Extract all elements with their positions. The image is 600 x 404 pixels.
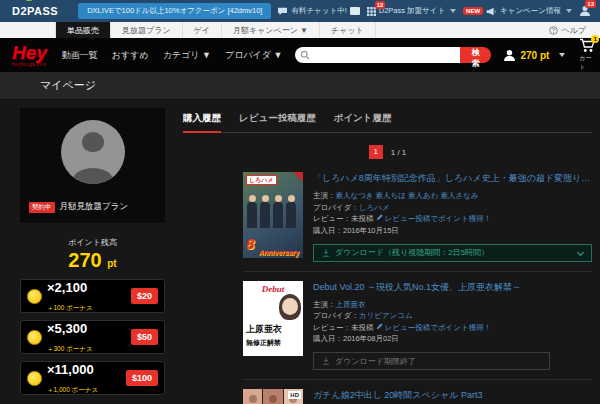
page-title-bar: マイページ [0,72,600,100]
affiliate-sites-menu[interactable]: 12 D2Pass 加盟サイト [367,6,456,16]
purchase-date-label: 購入日： [313,226,343,235]
search-icon [300,50,310,60]
page-number-current[interactable]: 1 [369,145,383,159]
notification-badge: 13 [585,0,596,8]
pencil-icon [376,214,383,221]
review-label: レビュー： [313,323,351,332]
subnav-tab-label: 見放題プラン [122,25,171,36]
pencil-icon [376,323,383,330]
package-bonus: ＋100 ボーナス [47,304,93,311]
megaphone-icon [486,7,497,16]
hey-logo-domain: heydouga.com [12,63,47,68]
subnav-tab-chat[interactable]: チャット [320,22,376,38]
buy-points-button[interactable]: $100 [126,370,158,386]
chevron-down-icon [559,53,565,57]
campaign-menu[interactable]: NEW キャンペーン情報 [463,6,572,16]
campaign-label: キャンペーン情報 [500,6,561,16]
d2pass-topbar: D2PASS DXLIVEで100ドル以上10%オフクーポン [42dmv10]… [0,0,600,22]
purchase-item: HD ガチん娘2中出し 20時間スペシャル Part3 主演：あさか 葵 プロバ… [243,379,592,404]
video-title-link[interactable]: ガチん娘2中出し 20時間スペシャル Part3 [313,389,592,402]
profile-panel: 契約中 月額見放題プラン [20,108,165,223]
avatar[interactable] [61,120,125,184]
cast-link[interactable]: 素人なつき 素人ちほ 素人あわ 素人さなみ [336,191,479,200]
video-thumbnail[interactable]: しろハメ 8 Anniversary [243,172,303,258]
package-amount: ×11,000 [47,362,94,377]
download-button[interactable]: ダウンロード（残り視聴期間：2日5時間） [313,244,592,262]
page-title: マイページ [40,78,96,93]
subscription-plan-row: 契約中 月額見放題プラン [26,196,159,217]
point-package-1[interactable]: ×2,100 ＋100 ボーナス $20 [20,279,165,313]
purchase-date: 2016年08月02日 [343,334,399,343]
package-amount: ×2,100 [47,280,87,295]
thumbnail-photo [282,298,298,315]
corner-ribbon [293,172,303,182]
provider-link[interactable]: しろハメ [359,203,390,212]
hd-badge: HD [288,391,301,399]
affiliate-count-badge: 12 [375,1,386,9]
point-package-2[interactable]: ×5,300 ＋300 ボーナス $50 [20,320,165,354]
tab-review-history[interactable]: レビュー投稿履歴 [239,112,316,132]
write-review-link[interactable]: レビュー投稿でポイント獲得！ [385,214,491,223]
hey-logo[interactable]: Hey heydouga.com [12,43,47,68]
download-icon [322,357,330,365]
subnav-tab-unlimited[interactable]: 見放題プラン [111,22,183,38]
point-balance-value: 270 pt [20,248,165,272]
anniversary-text: Anniversary [259,249,299,256]
nav-provider[interactable]: プロバイダ ▼ [225,49,282,62]
chat-link[interactable]: 有料チャット中! [277,6,359,16]
search-button[interactable]: 検索 [460,47,491,63]
write-review-link[interactable]: レビュー投稿でポイント獲得！ [385,323,491,332]
page-total: 1 / 1 [391,148,407,157]
video-thumbnail[interactable]: HD [243,389,303,404]
coupon-banner-button[interactable]: DXLIVEで100ドル以上10%オフクーポン [42dmv10] [78,3,271,19]
screen-icon [350,7,360,15]
cast-link[interactable]: 上原亜衣 [336,300,366,309]
point-balance-box: ポイント残高 270 pt [20,237,165,272]
buy-points-button[interactable]: $20 [131,288,158,304]
d2pass-logo[interactable]: D2PASS [12,5,58,17]
video-thumbnail[interactable]: Debut 上原亜衣 無修正解禁 [243,281,303,356]
video-title-link[interactable]: 「しろハメ8周年特別記念作品」しろハメ史上・最強の超ド変態りすめと総… [313,172,592,185]
account-menu[interactable]: 13 [579,5,591,17]
download-label: ダウンロード（残り視聴期間：2日5時間） [335,247,489,258]
provider-link[interactable]: カリビアンコム [359,311,413,320]
history-main: 購入履歴 レビュー投稿履歴 ポイント履歴 1 1 / 1 しろハメ 8 Anni… [183,100,592,404]
buy-points-button[interactable]: $50 [131,329,158,345]
download-expired-label: ダウンロード期限終了 [335,356,416,367]
download-icon [322,249,330,257]
cart-button[interactable]: 1 カート [579,38,596,72]
video-title-link[interactable]: Debut Vol.20 ～現役人気No.1女優、上原亜衣解禁～ [313,281,592,294]
tab-point-history[interactable]: ポイント履歴 [334,112,392,132]
chat-bubble-icon [277,7,288,16]
subnav-tab-single[interactable]: 単品販売 [55,22,111,38]
cast-label: 主演： [313,191,336,200]
avatar-silhouette [82,132,104,152]
sprout-icon [26,0,32,1]
thumb-actress-text: 上原亜衣 [246,323,282,336]
purchase-item: Debut 上原亜衣 無修正解禁 Debut Vol.20 ～現役人気No.1女… [243,271,592,380]
account-points-menu[interactable]: 270 pt [503,49,565,62]
search-input[interactable] [295,47,460,63]
nav-recommended[interactable]: おすすめ [112,49,149,62]
affiliate-label: D2Pass 加盟サイト [379,6,445,16]
site-header: Hey heydouga.com 動画一覧 おすすめ カテゴリ ▼ プロバイダ … [0,38,600,72]
subnav-tab-gay[interactable]: ゲイ [183,22,222,38]
nav-video-list[interactable]: 動画一覧 [62,49,98,62]
package-bonus: ＋1,000 ボーナス [47,386,98,393]
subnav-tab-label: 月額キャンペーン ▼ [233,25,308,36]
cart-label: カート [579,54,596,72]
nav-category[interactable]: カテゴリ ▼ [163,49,211,62]
subnav-tab-label: ゲイ [194,25,210,36]
hey-logo-text: Hey [12,43,47,62]
service-subnav: 単品販売 見放題プラン ゲイ 月額キャンペーン ▼ チャット ヘルプ [0,22,600,38]
purchase-date-label: 購入日： [313,334,343,343]
history-tabs: 購入履歴 レビュー投稿履歴 ポイント履歴 [183,112,592,133]
account-sidebar: 契約中 月額見放題プラン ポイント残高 270 pt ×2,100 ＋100 ボ… [20,100,165,404]
point-package-3[interactable]: ×11,000 ＋1,000 ボーナス $100 [20,361,165,395]
user-icon [503,49,516,62]
provider-label: プロバイダ： [313,311,359,320]
tab-purchase-history[interactable]: 購入履歴 [183,112,221,133]
header-points: 270 pt [520,50,549,61]
review-status: 未投稿 [351,323,374,332]
subnav-tab-monthly-campaign[interactable]: 月額キャンペーン ▼ [222,22,320,38]
